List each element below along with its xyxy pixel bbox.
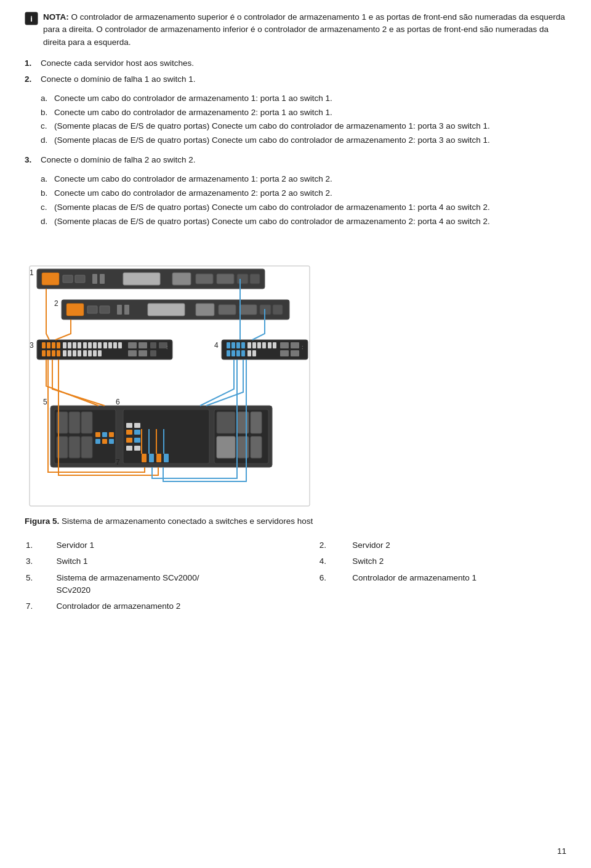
- svg-rect-125: [251, 436, 262, 458]
- svg-rect-118: [164, 454, 169, 462]
- svg-rect-109: [134, 430, 140, 435]
- step-2-num: 2.: [25, 73, 36, 86]
- legend-2-num: 2.: [301, 537, 351, 553]
- svg-rect-115: [142, 454, 147, 462]
- svg-rect-38: [83, 342, 87, 348]
- step-1-num: 1.: [25, 57, 36, 70]
- legend-empty-num: [301, 598, 351, 614]
- svg-rect-85: [291, 342, 299, 348]
- svg-rect-5: [63, 275, 73, 283]
- svg-rect-41: [98, 342, 102, 348]
- svg-rect-23: [196, 303, 214, 316]
- svg-rect-76: [268, 342, 271, 348]
- svg-rect-78: [227, 350, 230, 356]
- svg-rect-81: [241, 350, 245, 356]
- svg-rect-8: [100, 274, 105, 284]
- legend-3-label: Switch 1: [55, 553, 301, 569]
- svg-rect-82: [247, 350, 251, 356]
- step-3b: b. Conecte um cabo do controlador de arm…: [41, 187, 566, 200]
- svg-rect-103: [102, 439, 107, 444]
- svg-rect-39: [88, 342, 92, 348]
- svg-rect-94: [69, 412, 80, 433]
- legend-3-num: 3.: [25, 553, 55, 569]
- svg-rect-48: [52, 350, 55, 356]
- step-3c-text: (Somente placas de E/S de quatro portas)…: [54, 201, 490, 214]
- page-number: 11: [557, 846, 566, 856]
- svg-rect-6: [75, 275, 85, 283]
- step-3d-letter: d.: [41, 215, 50, 228]
- svg-rect-79: [231, 350, 235, 356]
- svg-text:3: 3: [30, 341, 34, 350]
- step-2b-text: Conecte um cabo do controlador de armaze…: [54, 106, 332, 119]
- step-3a-text: Conecte um cabo do controlador de armaze…: [54, 173, 332, 186]
- switch1-unit: :: [37, 340, 172, 360]
- svg-rect-95: [81, 412, 92, 433]
- svg-rect-18: [87, 306, 97, 313]
- legend-4-num: 4.: [301, 553, 351, 569]
- note-block: i NOTA: O controlador de armazenamento s…: [25, 11, 566, 49]
- svg-rect-36: [73, 342, 76, 348]
- svg-rect-10: [172, 273, 191, 285]
- legend-empty-label: [351, 598, 566, 614]
- step-3c-letter: c.: [41, 201, 50, 214]
- network-diagram: 1 2: [25, 244, 320, 509]
- svg-rect-112: [126, 446, 132, 451]
- svg-rect-45: [118, 342, 122, 348]
- svg-rect-54: [83, 350, 87, 356]
- svg-rect-35: [68, 342, 71, 348]
- legend-table: 1. Servidor 1 2. Servidor 2 3. Switch 1 …: [25, 537, 566, 614]
- step-2d-letter: d.: [41, 134, 50, 147]
- svg-text:4: 4: [214, 341, 219, 350]
- svg-rect-4: [42, 273, 59, 285]
- svg-rect-32: [52, 342, 55, 348]
- step-2: 2. Conecte o domínio de falha 1 ao switc…: [25, 73, 566, 151]
- step-2c-letter: c.: [41, 120, 50, 133]
- svg-rect-52: [73, 350, 76, 356]
- svg-rect-98: [81, 436, 92, 458]
- svg-rect-64: [150, 350, 156, 356]
- svg-rect-33: [57, 342, 60, 348]
- svg-rect-111: [134, 438, 140, 443]
- svg-rect-42: [103, 342, 107, 348]
- svg-rect-9: [123, 273, 160, 285]
- svg-rect-19: [100, 306, 110, 313]
- svg-rect-122: [251, 412, 262, 433]
- legend-5-num: 5.: [25, 570, 55, 599]
- svg-rect-40: [93, 342, 97, 348]
- svg-rect-49: [57, 350, 60, 356]
- svg-text::: :: [302, 344, 304, 350]
- server2-unit: [62, 300, 289, 319]
- svg-rect-44: [113, 342, 117, 348]
- step-3a-letter: a.: [41, 173, 50, 186]
- legend-row-1: 1. Servidor 1 2. Servidor 2: [25, 537, 566, 553]
- svg-rect-86: [280, 350, 289, 356]
- svg-rect-51: [68, 350, 71, 356]
- svg-rect-102: [95, 439, 100, 444]
- svg-rect-120: [217, 412, 235, 433]
- svg-rect-11: [196, 274, 213, 284]
- server1-unit: [37, 269, 265, 289]
- main-steps-list: 1. Conecte cada servidor host aos switch…: [25, 57, 566, 232]
- svg-rect-106: [126, 423, 132, 428]
- svg-rect-60: [128, 350, 137, 356]
- step-2d-text: (Somente placas de E/S de quatro portas)…: [54, 134, 490, 147]
- legend-row-3: 5. Sistema de armazenamento SCv2000/SCv2…: [25, 570, 566, 599]
- step-3: 3. Conecte o domínio de falha 2 ao switc…: [25, 154, 566, 232]
- step-2-text: Conecte o domínio de falha 1 ao switch 1…: [41, 73, 195, 86]
- svg-rect-80: [236, 350, 240, 356]
- svg-rect-58: [128, 342, 137, 348]
- svg-rect-113: [134, 446, 140, 451]
- svg-rect-72: [247, 342, 251, 348]
- svg-rect-123: [217, 436, 235, 458]
- svg-rect-107: [134, 423, 140, 428]
- svg-rect-13: [237, 274, 248, 284]
- svg-rect-71: [241, 342, 245, 348]
- svg-rect-37: [78, 342, 81, 348]
- step-3c: c. (Somente placas de E/S de quatro port…: [41, 201, 566, 214]
- svg-text:6: 6: [116, 398, 120, 406]
- legend-row-2: 3. Switch 1 4. Switch 2: [25, 553, 566, 569]
- svg-rect-73: [252, 342, 256, 348]
- svg-rect-17: [66, 303, 84, 316]
- svg-rect-68: [227, 342, 230, 348]
- svg-text:2: 2: [54, 299, 58, 308]
